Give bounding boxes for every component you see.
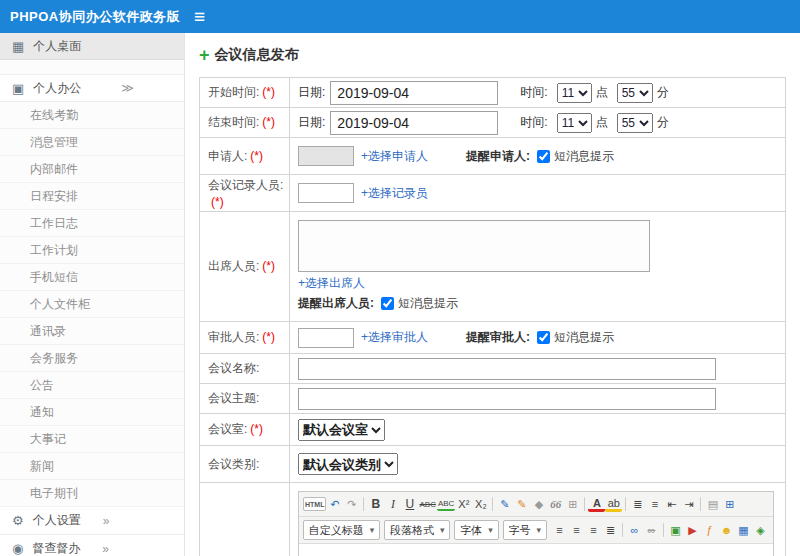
editor-content-area[interactable] (299, 544, 773, 556)
superscript-icon[interactable]: X² (455, 495, 472, 513)
sidebar-item-supervision[interactable]: ◉ 督查督办 » (0, 535, 184, 556)
undo-icon[interactable]: ↶ (326, 495, 343, 513)
sidebar-item[interactable]: 公告 (0, 372, 184, 399)
eye-icon: ◉ (12, 541, 23, 556)
attendees-sms-checkbox[interactable] (381, 297, 394, 310)
end-time-label: 结束时间: (*) (200, 108, 290, 137)
recorder-input[interactable] (298, 183, 354, 203)
end-hour-select[interactable]: 11 (557, 113, 592, 133)
sidebar-item-label: 个人桌面 (33, 38, 81, 55)
applicant-input[interactable] (298, 146, 354, 166)
align-justify-icon[interactable]: ≣ (602, 521, 619, 539)
end-date-input[interactable] (330, 111, 498, 135)
heading-style-select[interactable]: 自定义标题 (303, 520, 380, 540)
separator (492, 497, 493, 511)
underline-icon[interactable]: U (401, 495, 418, 513)
table-icon[interactable]: ▦ (735, 521, 752, 539)
sidebar-item[interactable]: 工作计划 (0, 237, 184, 264)
select-approver-link[interactable]: +选择审批人 (361, 329, 428, 346)
approver-sms-checkbox[interactable] (537, 331, 550, 344)
map-icon[interactable]: ◈ (752, 521, 769, 539)
app-window: PHPOA协同办公软件政务版 ≡ ▦ 个人桌面 ▣ 个人办公 ≫ 在线考勤消息管… (0, 0, 800, 556)
select-applicant-link[interactable]: +选择申请人 (361, 148, 428, 165)
date-label: 日期: (298, 84, 325, 101)
start-date-input[interactable] (330, 81, 498, 105)
symbol-icon[interactable]: ⊞ (564, 495, 581, 513)
emoticon-icon[interactable]: ☻ (718, 521, 735, 539)
strikethrough-icon[interactable]: ABC (418, 495, 436, 513)
separator (700, 497, 701, 511)
sidebar-item[interactable]: 工作日志 (0, 210, 184, 237)
sidebar-item[interactable]: 内部邮件 (0, 156, 184, 183)
align-left-icon[interactable]: ≡ (551, 521, 568, 539)
redo-icon[interactable]: ↷ (343, 495, 360, 513)
add-icon: + (199, 46, 210, 64)
sidebar-item[interactable]: 在线考勤 (0, 102, 184, 129)
image-icon[interactable]: ▣ (667, 521, 684, 539)
font-size-select[interactable]: 字号 (503, 520, 547, 540)
select-recorder-link[interactable]: +选择记录员 (361, 185, 428, 202)
recorder-label: 会议记录人员: (*) (200, 175, 290, 211)
spellcheck-icon[interactable]: ABC (437, 497, 455, 511)
font-family-select[interactable]: 字体 (454, 520, 498, 540)
format-painter-icon[interactable]: ✎ (513, 495, 530, 513)
unordered-list-icon[interactable]: ≡ (646, 495, 663, 513)
sidebar-item-personal-office[interactable]: ▣ 个人办公 ≫ (0, 74, 184, 102)
end-minute-select[interactable]: 55 (617, 113, 653, 133)
unlink-icon[interactable]: ∞ (643, 521, 660, 539)
sidebar-item[interactable]: 会务服务 (0, 345, 184, 372)
sms-hint-label: 短消息提示 (398, 295, 458, 312)
align-center-icon[interactable]: ≡ (568, 521, 585, 539)
sidebar-item[interactable]: 手机短信 (0, 264, 184, 291)
form-row-editor: HTML↶↷BIUABCABCX²X₂✎✎◆66⊞Aab≣≡⇤⇥▤⊞ 自定义标题… (200, 483, 785, 556)
approver-input[interactable] (298, 328, 354, 348)
media-icon[interactable]: ▶ (684, 521, 701, 539)
highlight-color-icon[interactable]: ab (605, 497, 622, 512)
menu-toggle-icon[interactable]: ≡ (194, 7, 205, 26)
ordered-list-icon[interactable]: ≣ (629, 495, 646, 513)
link-icon[interactable]: ∞ (626, 521, 643, 539)
start-minute-select[interactable]: 55 (617, 83, 653, 103)
sidebar-item[interactable]: 电子期刊 (0, 480, 184, 507)
sidebar-item-personal-desktop[interactable]: ▦ 个人桌面 (0, 33, 184, 60)
meeting-category-select[interactable]: 默认会议类别 (298, 453, 398, 475)
sidebar-item[interactable]: 通讯录 (0, 318, 184, 345)
html-source-icon[interactable]: HTML (303, 497, 326, 511)
start-hour-select[interactable]: 11 (557, 83, 592, 103)
pen-color-icon[interactable]: ✎ (496, 495, 513, 513)
sidebar-item[interactable]: 新闻 (0, 453, 184, 480)
office-icon: ▣ (12, 81, 24, 96)
outdent-icon[interactable]: ⇤ (663, 495, 680, 513)
sidebar-item[interactable]: 大事记 (0, 426, 184, 453)
meeting-room-label: 会议室: (*) (200, 414, 290, 445)
flash-icon[interactable]: ƒ (701, 521, 718, 539)
applicant-sms-checkbox[interactable] (537, 150, 550, 163)
bold-icon[interactable]: B (367, 495, 384, 513)
field-label-text: 审批人员: (208, 329, 259, 346)
page-break-icon[interactable]: ▤ (704, 495, 721, 513)
fullscreen-icon[interactable]: ⊞ (721, 495, 738, 513)
eraser-icon[interactable]: ◆ (530, 495, 547, 513)
sidebar-item[interactable]: 日程安排 (0, 183, 184, 210)
meeting-subject-input[interactable] (298, 388, 716, 410)
align-right-icon[interactable]: ≡ (585, 521, 602, 539)
separator (584, 497, 585, 511)
meeting-name-label: 会议名称: (200, 354, 290, 383)
meeting-name-input[interactable] (298, 358, 716, 380)
italic-icon[interactable]: I (384, 495, 401, 513)
sidebar-item[interactable]: 个人文件柜 (0, 291, 184, 318)
paragraph-format-select[interactable]: 段落格式 (384, 520, 450, 540)
attendees-textarea[interactable] (298, 220, 650, 272)
sidebar-item-personal-settings[interactable]: ⚙ 个人设置 » (0, 507, 184, 535)
blockquote-icon[interactable]: 66 (547, 495, 564, 513)
select-attendees-link[interactable]: +选择出席人 (298, 275, 365, 292)
sidebar-item[interactable]: 通知 (0, 399, 184, 426)
meeting-room-select[interactable]: 默认会议室 (298, 419, 385, 441)
remind-approver-label: 提醒审批人: (466, 329, 530, 346)
indent-icon[interactable]: ⇥ (680, 495, 697, 513)
chevron-expand-icon: ≫ (121, 81, 134, 95)
font-color-icon[interactable]: A (588, 497, 605, 512)
subscript-icon[interactable]: X₂ (472, 495, 489, 513)
field-label-text: 会议主题: (208, 390, 259, 407)
sidebar-item[interactable]: 消息管理 (0, 129, 184, 156)
